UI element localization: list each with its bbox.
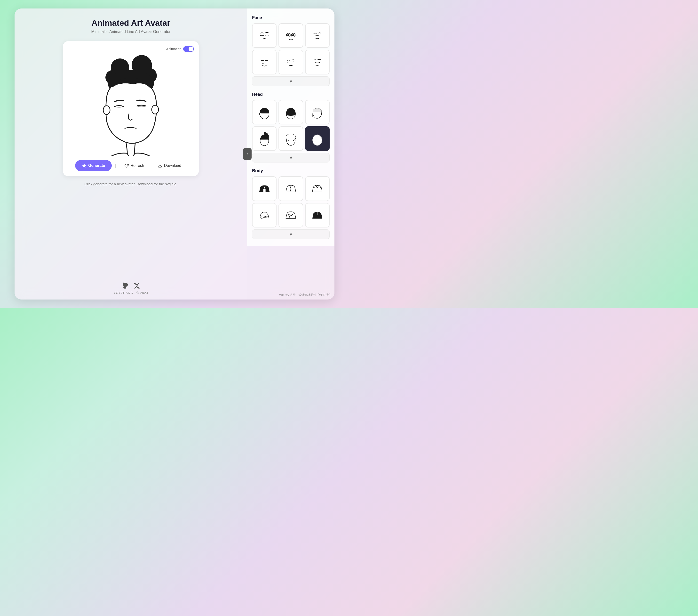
svg-point-30 xyxy=(289,215,289,215)
svg-point-31 xyxy=(291,215,292,216)
sidebar-toggle[interactable]: ‹ xyxy=(243,148,252,160)
body-option-4[interactable] xyxy=(252,203,277,228)
svg-point-6 xyxy=(152,105,158,114)
head-option-5[interactable] xyxy=(278,126,303,151)
face-show-more[interactable]: ∨ xyxy=(252,77,330,86)
animation-toggle[interactable] xyxy=(183,46,194,52)
hint-text: Click generate for a new avatar, Downloa… xyxy=(84,182,178,186)
refresh-button[interactable]: Refresh xyxy=(119,160,150,171)
footer-icons xyxy=(122,282,140,289)
body-option-5[interactable] xyxy=(278,203,303,228)
app-title: Animated Art Avatar xyxy=(92,18,170,28)
right-wrapper: ‹ Face xyxy=(247,9,334,300)
head-section: Head xyxy=(252,92,330,163)
twitter-icon[interactable] xyxy=(133,282,140,289)
right-panel: Face xyxy=(247,9,334,246)
face-section-title: Face xyxy=(252,15,330,20)
body-option-6[interactable] xyxy=(305,203,330,228)
svg-point-33 xyxy=(292,214,293,215)
face-option-1[interactable] xyxy=(252,23,277,48)
body-section-title: Body xyxy=(252,168,330,174)
head-option-6[interactable] xyxy=(305,126,330,151)
download-button[interactable]: Download xyxy=(152,160,186,171)
svg-point-5 xyxy=(103,106,110,114)
copyright: YOYZHANG · © 2024 xyxy=(114,291,148,295)
animation-label: Animation xyxy=(166,47,181,51)
app-subtitle: Minimalist Animated Line Art Avatar Gene… xyxy=(92,30,171,34)
face-option-2[interactable] xyxy=(278,23,303,48)
body-option-3[interactable] xyxy=(305,176,330,201)
body-option-1[interactable] xyxy=(252,176,277,201)
avatar-canvas xyxy=(75,54,186,156)
svg-point-32 xyxy=(289,216,290,217)
svg-point-12 xyxy=(293,34,294,36)
face-option-5[interactable] xyxy=(278,50,303,74)
svg-point-25 xyxy=(291,187,291,188)
head-grid xyxy=(252,100,330,151)
left-panel: Animated Art Avatar Minimalist Animated … xyxy=(15,9,247,300)
face-chevron: ∨ xyxy=(289,79,293,84)
body-show-more[interactable]: ∨ xyxy=(252,230,330,239)
head-option-1[interactable] xyxy=(252,100,277,124)
head-option-2[interactable] xyxy=(278,100,303,124)
svg-point-26 xyxy=(291,189,291,189)
head-option-3[interactable] xyxy=(305,100,330,124)
head-chevron: ∨ xyxy=(289,155,293,160)
watermark: Moonvy 月维，设计素材周刊【#140 期】 xyxy=(279,293,332,297)
head-option-4[interactable] xyxy=(252,126,277,151)
head-show-more[interactable]: ∨ xyxy=(252,153,330,163)
avatar-image xyxy=(75,54,186,156)
action-buttons: Generate | Refresh Download xyxy=(75,160,186,171)
animation-toggle-row: Animation xyxy=(68,46,194,52)
body-section: Body xyxy=(252,168,330,239)
face-option-6[interactable] xyxy=(305,50,330,74)
svg-point-14 xyxy=(259,113,261,115)
svg-point-20 xyxy=(287,134,295,140)
body-grid xyxy=(252,176,330,228)
face-option-4[interactable] xyxy=(252,50,277,74)
svg-point-27 xyxy=(291,190,291,191)
generate-button[interactable]: Generate xyxy=(75,160,112,171)
github-icon[interactable] xyxy=(122,282,128,289)
star-icon xyxy=(82,163,86,168)
svg-rect-23 xyxy=(263,189,266,192)
svg-point-11 xyxy=(288,34,289,36)
footer: YOYZHANG · © 2024 xyxy=(114,278,148,295)
svg-marker-7 xyxy=(82,164,86,167)
face-section: Face xyxy=(252,15,330,86)
avatar-card: Animation xyxy=(63,41,199,176)
body-option-2[interactable] xyxy=(278,176,303,201)
download-icon xyxy=(158,163,162,168)
face-option-3[interactable] xyxy=(305,23,330,48)
refresh-icon xyxy=(124,163,129,168)
head-section-title: Head xyxy=(252,92,330,97)
body-chevron: ∨ xyxy=(289,232,293,237)
face-grid xyxy=(252,23,330,74)
button-divider: | xyxy=(115,163,116,168)
